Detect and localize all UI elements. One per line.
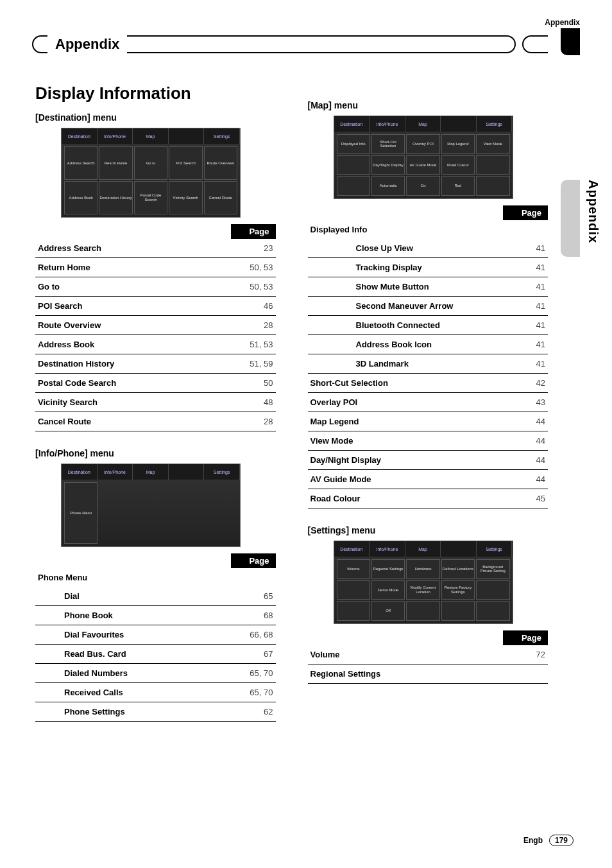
table-row: 3D Landmark41 bbox=[308, 354, 548, 374]
row-page: 50, 53 bbox=[231, 277, 276, 297]
table-row: Address Search23 bbox=[35, 239, 276, 258]
row-page: 67 bbox=[231, 645, 276, 664]
destination-menu-heading: [Destination] menu bbox=[35, 112, 276, 123]
row-page: 41 bbox=[503, 354, 548, 374]
row-page: 48 bbox=[231, 393, 276, 412]
table-row: Bluetooth Connected41 bbox=[308, 316, 548, 335]
table-row: Show Mute Button41 bbox=[308, 277, 548, 297]
table-row: Go to50, 53 bbox=[35, 277, 276, 297]
table-row: Dialed Numbers65, 70 bbox=[35, 664, 276, 683]
shot-cell: Modify Current Location bbox=[406, 580, 439, 600]
row-label: 3D Landmark bbox=[308, 354, 504, 374]
infophone-heading-suffix: menu bbox=[88, 448, 114, 458]
footer-page-number: 179 bbox=[549, 835, 574, 846]
row-page: 43 bbox=[503, 393, 548, 412]
shot-cell: Volume bbox=[337, 559, 370, 579]
shot-tab: Info/Phone bbox=[370, 541, 405, 557]
table-row: POI Search46 bbox=[35, 297, 276, 316]
row-label: Phone Book bbox=[35, 606, 231, 625]
shot-cell: Short-Cut Selection bbox=[371, 134, 405, 154]
shot-tab: Map bbox=[405, 541, 441, 557]
destination-screenshot: Destination Info/Phone Map Settings Addr… bbox=[61, 128, 241, 218]
row-page: 46 bbox=[231, 297, 276, 316]
shot-cell: Automatic bbox=[371, 176, 405, 196]
shot-tab: Map bbox=[133, 128, 169, 144]
table-row: Read Bus. Card67 bbox=[35, 645, 276, 664]
table-row: AV Guide Mode44 bbox=[308, 470, 548, 489]
infophone-menu-heading: [Info/Phone] menu bbox=[35, 448, 276, 458]
shot-cell: Displayed Info bbox=[337, 134, 370, 154]
row-label: Address Book Icon bbox=[308, 335, 504, 354]
shot-tab: Destination bbox=[62, 464, 98, 480]
row-label: Road Colour bbox=[308, 489, 504, 508]
footer: Engb 179 bbox=[523, 835, 574, 846]
table-row: Cancel Route28 bbox=[35, 412, 276, 431]
shot-cell: Vicinity Search bbox=[169, 181, 202, 214]
page-header: Page bbox=[503, 630, 548, 645]
row-page: 66, 68 bbox=[231, 625, 276, 645]
row-label: Day/Night Display bbox=[308, 451, 504, 470]
shot-tab: Info/Phone bbox=[370, 116, 405, 132]
row-page: 50 bbox=[231, 374, 276, 393]
shot-cell bbox=[476, 601, 509, 621]
page-title: Display Information bbox=[35, 83, 276, 103]
shot-cell bbox=[441, 601, 475, 621]
settings-table: Page Volume72Regional Settings bbox=[308, 630, 548, 684]
row-page: 62 bbox=[231, 702, 276, 722]
shot-tab: Destination bbox=[62, 128, 98, 144]
infophone-screenshot: Destination Info/Phone Map Settings Phon… bbox=[61, 464, 241, 547]
row-page: 65, 70 bbox=[231, 664, 276, 683]
row-page: 42 bbox=[503, 374, 548, 393]
table-row: Regional Settings bbox=[308, 664, 548, 684]
shot-cell: Background Picture Setting bbox=[476, 559, 509, 579]
shot-tab: Info/Phone bbox=[98, 128, 133, 144]
shot-cell bbox=[337, 155, 370, 175]
row-page: 41 bbox=[503, 277, 548, 297]
row-label: Show Mute Button bbox=[308, 277, 504, 297]
table-row: Return Home50, 53 bbox=[35, 258, 276, 277]
shot-tab: Settings bbox=[477, 116, 513, 132]
row-label: Address Book bbox=[35, 335, 231, 354]
shot-cell: Defined Locations bbox=[441, 559, 475, 579]
map-heading-suffix: menu bbox=[332, 100, 358, 110]
shot-tab: Destination bbox=[334, 541, 370, 557]
row-label: Map Legend bbox=[308, 412, 504, 431]
settings-heading-suffix: menu bbox=[349, 525, 375, 535]
row-label: POI Search bbox=[35, 297, 231, 316]
table-row: Phone Settings62 bbox=[35, 702, 276, 722]
row-page: 65, 70 bbox=[231, 683, 276, 702]
shot-cell: Regional Settings bbox=[371, 559, 405, 579]
row-label: Regional Settings bbox=[308, 664, 504, 684]
destination-heading-suffix: menu bbox=[90, 112, 117, 123]
settings-screenshot: Destination Info/Phone Map Settings Volu… bbox=[334, 541, 513, 624]
shot-cell: Route Overview bbox=[204, 146, 237, 180]
shot-cell: Phone Menu bbox=[64, 482, 98, 544]
row-page: 44 bbox=[503, 412, 548, 431]
shot-tab bbox=[169, 128, 205, 144]
row-page: 41 bbox=[503, 258, 548, 277]
row-label: Volume bbox=[308, 645, 504, 664]
shot-tab: Settings bbox=[204, 464, 240, 480]
row-page: 41 bbox=[503, 297, 548, 316]
shot-cell: Return Home bbox=[99, 146, 132, 180]
shot-cell: Overlay POI bbox=[406, 134, 439, 154]
row-page bbox=[503, 664, 548, 684]
row-page: 41 bbox=[503, 316, 548, 335]
row-label: Dial Favourites bbox=[35, 625, 231, 645]
row-page: 51, 59 bbox=[231, 354, 276, 374]
map-screenshot: Destination Info/Phone Map Settings Disp… bbox=[334, 116, 513, 199]
shot-cell: Day/Night Display bbox=[371, 155, 405, 175]
shot-cell: Address Book bbox=[64, 181, 98, 214]
row-label: Route Overview bbox=[35, 316, 231, 335]
shot-tab: Settings bbox=[204, 128, 240, 144]
table-row: Vicinity Search48 bbox=[35, 393, 276, 412]
row-page: 68 bbox=[231, 606, 276, 625]
shot-cell: On bbox=[406, 176, 439, 196]
shot-cell bbox=[476, 155, 509, 175]
shot-tab: Info/Phone bbox=[98, 464, 133, 480]
table-row: Map Legend44 bbox=[308, 412, 548, 431]
shot-cell bbox=[476, 580, 509, 600]
side-tab bbox=[561, 180, 580, 257]
shot-cell: Map Legend bbox=[441, 134, 475, 154]
row-label: Go to bbox=[35, 277, 231, 297]
